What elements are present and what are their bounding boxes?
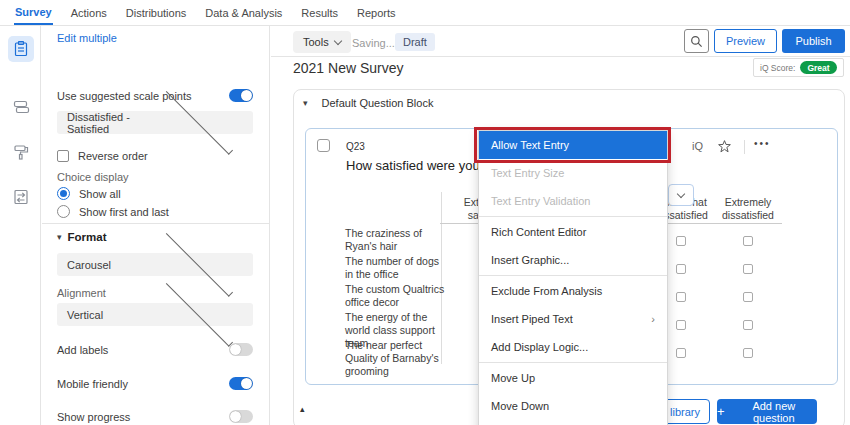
header-divider (271, 56, 850, 57)
alignment-label: Alignment (57, 287, 106, 299)
question-id: Q23 (346, 141, 365, 152)
publish-button[interactable]: Publish (782, 29, 845, 53)
survey-title[interactable]: 2021 New Survey (293, 60, 404, 76)
add-labels-label: Add labels (57, 344, 108, 356)
caret-down-icon: ▾ (57, 232, 62, 242)
show-progress-toggle[interactable] (229, 410, 253, 423)
matrix-checkbox[interactable] (676, 348, 686, 358)
chevron-down-icon (333, 36, 341, 44)
left-icon-rail (0, 26, 41, 425)
tab-actions[interactable]: Actions (70, 0, 108, 25)
scale-point-context-menu: Allow Text Entry Text Entry Size Text En… (478, 130, 668, 425)
scale-col-extremely-dissatisfied[interactable]: Extremely dissatisfied (706, 196, 790, 222)
format-dropdown[interactable]: Carousel (57, 253, 253, 276)
block-options-icon[interactable] (8, 94, 34, 120)
submenu-arrow-icon: › (651, 313, 655, 325)
matrix-checkbox[interactable] (676, 292, 686, 302)
add-labels-toggle[interactable] (229, 343, 253, 356)
top-nav: Survey Actions Distributions Data & Anal… (0, 0, 850, 26)
tab-reports[interactable]: Reports (356, 0, 397, 25)
add-new-question-button[interactable]: + Add new question (717, 399, 817, 424)
tools-button[interactable]: Tools (293, 31, 351, 53)
matrix-checkbox[interactable] (743, 292, 753, 302)
menu-item-move-down[interactable]: Move Down (479, 392, 667, 420)
matrix-row-statement[interactable]: The near perfect Quality of Barnaby's gr… (345, 339, 445, 367)
qualtrics-survey-editor: Survey Actions Distributions Data & Anal… (0, 0, 850, 425)
menu-item-add-display-logic[interactable]: Add Display Logic... (479, 333, 667, 361)
checkbox-column-somewhat-dissatisfied (676, 236, 686, 376)
matrix-row-statement[interactable]: The craziness of Ryan's hair (345, 227, 445, 255)
iq-score-value: Great (800, 61, 836, 74)
matrix-statements: The craziness of Ryan's hair The number … (345, 227, 445, 367)
tab-data-analysis[interactable]: Data & Analysis (204, 0, 283, 25)
collapse-block-caret-icon[interactable]: ▴ (300, 404, 305, 414)
checkbox-column-extremely-dissatisfied (743, 236, 753, 376)
matrix-row-statement[interactable]: The energy of the world class support te… (345, 311, 445, 339)
mobile-friendly-label: Mobile friendly (57, 378, 128, 390)
alignment-dropdown[interactable]: Vertical (57, 303, 253, 326)
question-select-checkbox[interactable] (317, 139, 330, 152)
more-options-icon[interactable]: ••• (754, 138, 771, 149)
show-first-last-radio[interactable] (57, 205, 70, 218)
show-all-radio[interactable] (57, 187, 70, 200)
draft-badge: Draft (395, 33, 435, 51)
menu-item-text-entry-validation: Text Entry Validation (479, 187, 667, 215)
matrix-checkbox[interactable] (676, 320, 686, 330)
menu-item-allow-text-entry[interactable]: Allow Text Entry (479, 131, 667, 159)
reverse-order-label: Reverse order (78, 150, 148, 162)
block-title[interactable]: Default Question Block (322, 97, 434, 109)
search-icon (690, 35, 703, 48)
use-suggested-scale-points-toggle[interactable] (229, 89, 253, 102)
chevron-down-icon (677, 189, 685, 197)
survey-builder-icon[interactable] (8, 36, 34, 62)
edit-multiple-link[interactable]: Edit multiple (57, 32, 117, 44)
matrix-row-statement[interactable]: The custom Qualtrics office decor (345, 283, 445, 311)
scale-points-dropdown[interactable]: Dissatisfied - Satisfied (57, 111, 253, 134)
menu-divider (479, 275, 667, 276)
icon-divider (744, 140, 745, 154)
block-collapse-caret-icon[interactable]: ▾ (303, 98, 308, 108)
matrix-row-statement[interactable]: The number of dogs in the office (345, 255, 445, 283)
matrix-checkbox[interactable] (743, 348, 753, 358)
show-all-label: Show all (79, 188, 121, 200)
menu-divider (479, 362, 667, 363)
menu-item-remove-scale-point[interactable]: Remove Scale Point (479, 420, 667, 425)
menu-item-insert-piped-text[interactable]: Insert Piped Text › (479, 305, 667, 333)
preview-button[interactable]: Preview (714, 29, 777, 53)
plus-icon: + (717, 404, 725, 419)
mobile-friendly-toggle[interactable] (229, 377, 253, 390)
format-section-header[interactable]: ▾ Format (57, 231, 107, 243)
menu-item-insert-graphic[interactable]: Insert Graphic... (479, 246, 667, 274)
menu-item-text-entry-size: Text Entry Size (479, 159, 667, 187)
scale-point-dropdown-button[interactable] (668, 184, 694, 206)
matrix-checkbox[interactable] (743, 264, 753, 274)
show-first-last-label: Show first and last (79, 206, 169, 218)
question-settings-panel: Edit multiple Use suggested scale points… (42, 26, 270, 425)
menu-item-move-up[interactable]: Move Up (479, 364, 667, 392)
matrix-checkbox[interactable] (743, 236, 753, 246)
tab-distributions[interactable]: Distributions (125, 0, 188, 25)
search-button[interactable] (684, 29, 709, 53)
star-icon[interactable] (718, 139, 731, 157)
reverse-order-checkbox[interactable] (57, 150, 69, 162)
question-iq-icon[interactable]: iQ (692, 140, 703, 152)
saving-status: Saving... (352, 37, 395, 49)
tab-survey[interactable]: Survey (14, 0, 53, 25)
menu-item-rich-content-editor[interactable]: Rich Content Editor (479, 218, 667, 246)
menu-item-exclude-from-analysis[interactable]: Exclude From Analysis (479, 277, 667, 305)
tab-results[interactable]: Results (300, 0, 339, 25)
matrix-checkbox[interactable] (676, 264, 686, 274)
survey-flow-icon[interactable] (8, 184, 34, 210)
matrix-checkbox[interactable] (743, 320, 753, 330)
choice-display-label: Choice display (57, 171, 129, 183)
menu-divider (479, 216, 667, 217)
look-and-feel-icon[interactable] (8, 139, 34, 165)
matrix-checkbox[interactable] (676, 236, 686, 246)
iq-score-label: iQ Score: (760, 63, 795, 73)
iq-score-badge[interactable]: iQ Score: Great (753, 58, 844, 77)
show-progress-label: Show progress (57, 411, 130, 423)
